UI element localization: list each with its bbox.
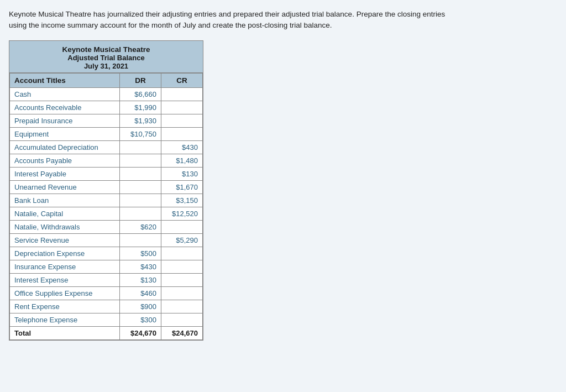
cell-cr (161, 101, 203, 114)
cell-cr: $12,520 (161, 207, 203, 220)
table-row: Natalie, Withdrawals$620 (10, 220, 203, 233)
cell-account: Accounts Receivable (10, 101, 120, 114)
cell-account: Total (10, 326, 120, 339)
cell-dr: $24,670 (120, 326, 161, 339)
cell-cr: $5,290 (161, 233, 203, 247)
table-row: Unearned Revenue$1,670 (10, 180, 203, 194)
col-header-cr: CR (161, 73, 203, 87)
cell-dr: $430 (120, 260, 161, 273)
table-row: Interest Payable$130 (10, 167, 203, 180)
table-row: Office Supplies Expense$460 (10, 286, 203, 300)
cell-dr (120, 167, 161, 180)
intro-line1: Keynote Musical Theatre has journalized … (9, 10, 445, 18)
col-header-dr: DR (120, 73, 161, 87)
cell-account: Interest Payable (10, 167, 120, 180)
cell-cr (161, 247, 203, 260)
cell-account: Cash (10, 87, 120, 101)
cell-dr: $6,660 (120, 87, 161, 101)
cell-account: Insurance Expense (10, 260, 120, 273)
cell-account: Office Supplies Expense (10, 286, 120, 300)
cell-account: Rent Expense (10, 300, 120, 313)
cell-account: Prepaid Insurance (10, 114, 120, 127)
cell-cr (161, 114, 203, 127)
table-row: Accumulated Depreciation$430 (10, 140, 203, 154)
cell-account: Service Revenue (10, 233, 120, 247)
cell-cr (161, 300, 203, 313)
cell-cr (161, 87, 203, 101)
table-row: Equipment$10,750 (10, 127, 203, 140)
table-row: Accounts Receivable$1,990 (10, 101, 203, 114)
cell-cr (161, 220, 203, 233)
cell-cr (161, 127, 203, 140)
cell-account: Natalie, Withdrawals (10, 220, 120, 233)
table-row: Cash$6,660 (10, 87, 203, 101)
table-title-date: July 31, 2021 (15, 62, 197, 70)
cell-dr: $460 (120, 286, 161, 300)
cell-account: Accumulated Depreciation (10, 140, 120, 154)
intro-line2: using the income summary account for the… (9, 21, 332, 29)
cell-account: Natalie, Capital (10, 207, 120, 220)
cell-account: Accounts Payable (10, 154, 120, 167)
cell-cr (161, 260, 203, 273)
cell-cr: $3,150 (161, 194, 203, 207)
adjusted-trial-balance-table: Keynote Musical Theatre Adjusted Trial B… (9, 40, 203, 341)
table-row: Insurance Expense$430 (10, 260, 203, 273)
cell-account: Unearned Revenue (10, 180, 120, 194)
cell-cr (161, 313, 203, 326)
cell-dr: $620 (120, 220, 161, 233)
table-row: Accounts Payable$1,480 (10, 154, 203, 167)
cell-dr (120, 207, 161, 220)
cell-dr (120, 194, 161, 207)
cell-dr: $130 (120, 273, 161, 286)
table-title-subtitle: Adjusted Trial Balance (15, 54, 197, 62)
table-row: Depreciation Expense$500 (10, 247, 203, 260)
table-title-company: Keynote Musical Theatre (15, 45, 197, 54)
cell-account: Interest Expense (10, 273, 120, 286)
table-row: Total$24,670$24,670 (10, 326, 203, 339)
table-row: Bank Loan$3,150 (10, 194, 203, 207)
cell-dr (120, 233, 161, 247)
cell-account: Bank Loan (10, 194, 120, 207)
cell-cr (161, 286, 203, 300)
table-row: Telephone Expense$300 (10, 313, 203, 326)
cell-cr: $430 (161, 140, 203, 154)
cell-account: Depreciation Expense (10, 247, 120, 260)
cell-dr: $900 (120, 300, 161, 313)
intro-paragraph: Keynote Musical Theatre has journalized … (9, 9, 557, 32)
col-header-account: Account Titles (10, 73, 120, 87)
cell-dr (120, 154, 161, 167)
cell-cr (161, 273, 203, 286)
cell-cr: $1,480 (161, 154, 203, 167)
cell-dr: $500 (120, 247, 161, 260)
cell-dr: $10,750 (120, 127, 161, 140)
cell-dr (120, 140, 161, 154)
cell-cr: $24,670 (161, 326, 203, 339)
cell-account: Telephone Expense (10, 313, 120, 326)
cell-account: Equipment (10, 127, 120, 140)
table-row: Interest Expense$130 (10, 273, 203, 286)
cell-dr: $1,990 (120, 101, 161, 114)
table-row: Prepaid Insurance$1,930 (10, 114, 203, 127)
cell-dr: $300 (120, 313, 161, 326)
table-row: Service Revenue$5,290 (10, 233, 203, 247)
cell-dr: $1,930 (120, 114, 161, 127)
table-row: Rent Expense$900 (10, 300, 203, 313)
table-title-block: Keynote Musical Theatre Adjusted Trial B… (9, 41, 203, 73)
cell-cr: $1,670 (161, 180, 203, 194)
table-row: Natalie, Capital$12,520 (10, 207, 203, 220)
cell-cr: $130 (161, 167, 203, 180)
cell-dr (120, 180, 161, 194)
